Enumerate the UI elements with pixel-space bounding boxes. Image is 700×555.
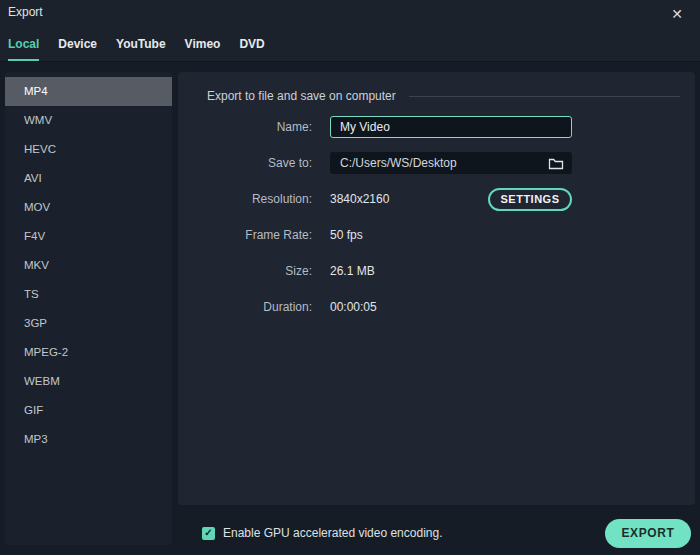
tab[interactable]: DVD — [239, 37, 264, 61]
check-icon: ✓ — [204, 528, 212, 538]
tab[interactable]: Vimeo — [185, 37, 221, 61]
dialog-footer: ✓ Enable GPU accelerated video encoding.… — [202, 515, 691, 551]
size-row: Size: 26.1 MB — [178, 260, 695, 282]
export-button[interactable]: EXPORT — [605, 519, 691, 548]
tab[interactable]: YouTube — [116, 37, 166, 61]
resolution-value: 3840x2160 — [330, 192, 389, 206]
format-item[interactable]: MOV — [5, 193, 172, 222]
format-item[interactable]: AVI — [5, 164, 172, 193]
frame-rate-row: Frame Rate: 50 fps — [178, 224, 695, 246]
save-to-field[interactable]: C:/Users/WS/Desktop — [330, 152, 572, 174]
duration-label: Duration: — [178, 300, 330, 314]
resolution-label: Resolution: — [178, 192, 330, 206]
format-sidebar: MP4WMVHEVCAVIMOVF4VMKVTS3GPMPEG-2WEBMGIF… — [5, 72, 172, 545]
format-item[interactable]: WMV — [5, 106, 172, 135]
format-item[interactable]: MP4 — [5, 77, 172, 106]
save-to-label: Save to: — [178, 156, 330, 170]
save-to-path: C:/Users/WS/Desktop — [340, 156, 548, 170]
name-label: Name: — [178, 120, 330, 134]
format-item[interactable]: MP3 — [5, 425, 172, 454]
close-icon[interactable]: ✕ — [667, 4, 687, 24]
export-settings-panel: Export to file and save on computer Name… — [178, 72, 695, 505]
format-item[interactable]: HEVC — [5, 135, 172, 164]
gpu-checkbox[interactable]: ✓ — [202, 527, 215, 540]
name-input[interactable] — [330, 116, 572, 138]
format-item[interactable]: MPEG-2 — [5, 338, 172, 367]
resolution-row: Resolution: 3840x2160 SETTINGS — [178, 188, 695, 210]
tab[interactable]: Local — [8, 37, 39, 61]
export-dialog: Export ✕ LocalDeviceYouTubeVimeoDVD MP4W… — [0, 0, 700, 555]
save-to-row: Save to: C:/Users/WS/Desktop — [178, 152, 695, 174]
format-item[interactable]: MKV — [5, 251, 172, 280]
duration-value: 00:00:05 — [330, 300, 377, 314]
dialog-title: Export — [8, 5, 43, 19]
size-value: 26.1 MB — [330, 264, 375, 278]
duration-row: Duration: 00:00:05 — [178, 296, 695, 318]
size-label: Size: — [178, 264, 330, 278]
tab[interactable]: Device — [58, 37, 97, 61]
frame-rate-value: 50 fps — [330, 228, 363, 242]
dialog-header: Export ✕ LocalDeviceYouTubeVimeoDVD — [0, 0, 700, 62]
format-item[interactable]: TS — [5, 280, 172, 309]
name-row: Name: — [178, 116, 695, 138]
export-form: Name: Save to: C:/Users/WS/Desktop — [178, 103, 695, 318]
format-item[interactable]: GIF — [5, 396, 172, 425]
frame-rate-label: Frame Rate: — [178, 228, 330, 242]
format-item[interactable]: 3GP — [5, 309, 172, 338]
section-title: Export to file and save on computer — [207, 89, 396, 103]
gpu-checkbox-label: Enable GPU accelerated video encoding. — [223, 526, 442, 540]
section-head: Export to file and save on computer — [178, 72, 695, 103]
format-item[interactable]: WEBM — [5, 367, 172, 396]
settings-button[interactable]: SETTINGS — [488, 188, 572, 211]
section-divider — [409, 96, 680, 97]
format-item[interactable]: F4V — [5, 222, 172, 251]
folder-icon[interactable] — [548, 157, 564, 170]
export-tabs: LocalDeviceYouTubeVimeoDVD — [8, 37, 265, 61]
